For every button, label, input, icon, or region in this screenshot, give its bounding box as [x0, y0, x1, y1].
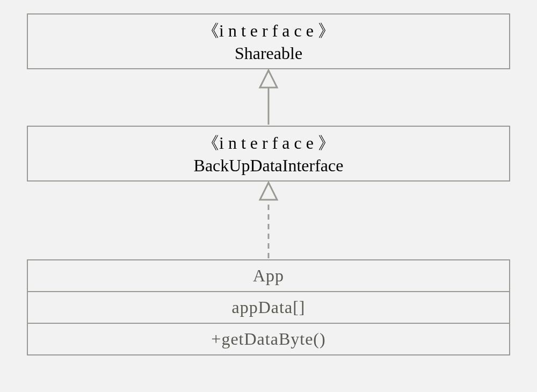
shareable-name: Shareable — [28, 42, 509, 65]
shareable-stereotype: 《interface》 — [28, 20, 509, 42]
backup-stereotype: 《interface》 — [28, 132, 509, 155]
backup-name: BackUpDataInterface — [28, 155, 509, 177]
app-attributes-compartment: appData[] — [28, 292, 509, 324]
app-class-name: App — [253, 266, 284, 285]
app-attribute: appData[] — [232, 297, 306, 317]
generalization-arrow — [252, 69, 285, 126]
app-operations-compartment: +getDataByte() — [28, 324, 509, 354]
app-name-compartment: App — [28, 260, 509, 292]
svg-marker-1 — [260, 70, 277, 88]
interface-backup-box: 《interface》 BackUpDataInterface — [27, 126, 510, 182]
app-operation: +getDataByte() — [211, 329, 325, 349]
class-app-box: App appData[] +getDataByte() — [27, 259, 510, 355]
interface-shareable-box: 《interface》 Shareable — [27, 13, 510, 69]
svg-marker-3 — [260, 183, 277, 200]
realization-arrow — [252, 182, 285, 260]
uml-class-diagram: 《interface》 Shareable 《interface》 BackUp… — [21, 11, 516, 381]
